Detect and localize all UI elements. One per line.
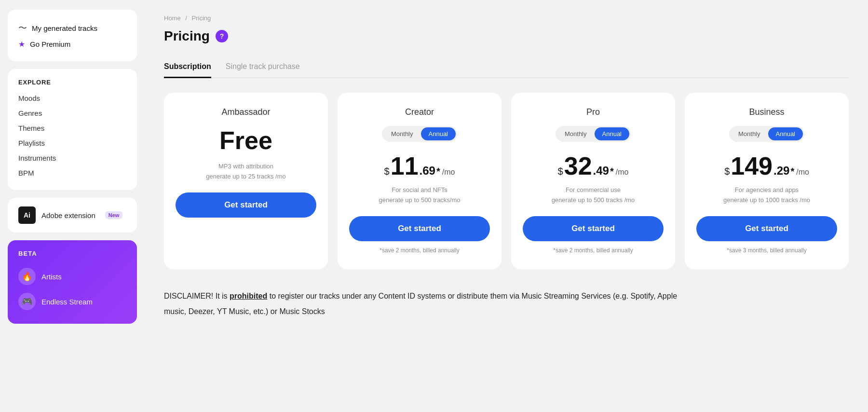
price-dollar-pro: $ <box>558 166 563 177</box>
plan-ambassador: Ambassador Free MP3 with attributiongene… <box>164 93 328 269</box>
toggle-monthly-business[interactable]: Monthly <box>731 127 768 140</box>
plan-desc-ambassador: MP3 with attributiongenerate up to 25 tr… <box>206 162 285 182</box>
beta-card: BETA 🔥 Artists 🎮 Endless Stream <box>8 240 137 324</box>
sidebar-item-instruments[interactable]: Instruments <box>18 151 126 165</box>
toggle-annual-pro[interactable]: Annual <box>595 127 629 140</box>
help-icon[interactable]: ? <box>216 30 228 42</box>
plan-desc-pro: For commercial usegenerate up to 500 tra… <box>552 185 635 206</box>
page-header: Pricing ? <box>164 28 849 44</box>
plan-pro: Pro Monthly Annual $ 32 .49 * /mo For co… <box>511 93 675 269</box>
main-content: Home / Pricing Pricing ? Subscription Si… <box>145 0 868 412</box>
plan-business: Business Monthly Annual $ 149 .29 * /mo … <box>685 93 849 269</box>
toggle-annual-business[interactable]: Annual <box>768 127 803 140</box>
beta-item-endless-stream[interactable]: 🎮 Endless Stream <box>18 289 126 314</box>
get-started-ambassador[interactable]: Get started <box>176 192 316 218</box>
sidebar-item-genres[interactable]: Genres <box>18 106 126 121</box>
plan-creator: Creator Monthly Annual $ 11 .69 * /mo Fo… <box>338 93 502 269</box>
billing-toggle-pro: Monthly Annual <box>556 126 631 142</box>
price-main-business: 149 <box>731 153 773 179</box>
breadcrumb-current: Pricing <box>192 14 211 22</box>
wave-icon: 〜 <box>18 22 27 34</box>
billing-toggle-business: Monthly Annual <box>729 126 804 142</box>
plan-name-creator: Creator <box>405 107 434 117</box>
pricing-grid: Ambassador Free MP3 with attributiongene… <box>164 93 849 269</box>
breadcrumb-sep: / <box>185 14 189 22</box>
breadcrumb: Home / Pricing <box>164 14 849 22</box>
star-icon: ★ <box>18 40 25 49</box>
get-started-creator[interactable]: Get started <box>349 216 490 241</box>
my-tracks-label: My generated tracks <box>32 24 97 32</box>
toggle-monthly-pro[interactable]: Monthly <box>557 127 595 140</box>
page-title: Pricing <box>164 28 210 44</box>
endless-stream-label: Endless Stream <box>41 298 93 306</box>
beta-item-artists[interactable]: 🔥 Artists <box>18 264 126 289</box>
get-started-pro[interactable]: Get started <box>523 216 664 241</box>
price-area-pro: $ 32 .49 * /mo <box>558 153 629 179</box>
breadcrumb-home[interactable]: Home <box>164 14 181 22</box>
price-area-business: $ 149 .29 * /mo <box>724 153 809 179</box>
disclaimer-prefix: DISCLAIMER! It is <box>164 292 230 300</box>
sidebar-item-moods[interactable]: Moods <box>18 91 126 106</box>
disclaimer: DISCLAIMER! It is prohibited to register… <box>164 288 694 319</box>
price-decimal-creator: .69 <box>420 164 435 178</box>
toggle-monthly-creator[interactable]: Monthly <box>383 127 421 140</box>
save-note-creator: *save 2 months, billed annually <box>380 247 459 256</box>
plan-desc-creator: For social and NFTsgenerate up to 500 tr… <box>379 185 460 206</box>
price-main-pro: 32 <box>564 153 592 179</box>
tab-subscription[interactable]: Subscription <box>164 57 211 78</box>
price-asterisk-business: * <box>790 166 794 177</box>
price-decimal-pro: .49 <box>593 164 609 178</box>
save-note-business: *save 3 months, billed annually <box>727 247 806 256</box>
tabs-container: Subscription Single track purchase <box>164 57 849 78</box>
artists-label: Artists <box>41 273 62 281</box>
plan-name-ambassador: Ambassador <box>221 107 270 117</box>
toggle-annual-creator[interactable]: Annual <box>421 127 456 140</box>
my-generated-tracks-item[interactable]: 〜 My generated tracks <box>18 19 126 37</box>
explore-card: EXPLORE Moods Genres Themes Playlists In… <box>8 69 137 190</box>
sidebar-item-themes[interactable]: Themes <box>18 121 126 136</box>
tab-single-track[interactable]: Single track purchase <box>226 57 300 78</box>
endless-stream-icon: 🎮 <box>18 293 36 310</box>
sidebar-item-bpm[interactable]: BPM <box>18 165 126 180</box>
beta-label: BETA <box>18 250 126 257</box>
new-badge: New <box>105 211 123 219</box>
adobe-extension-card[interactable]: Ai Adobe extension New <box>8 198 137 233</box>
disclaimer-prohibited: prohibited <box>230 292 267 300</box>
plan-name-pro: Pro <box>586 107 600 117</box>
go-premium-item[interactable]: ★ Go Premium <box>18 37 126 52</box>
sidebar-item-playlists[interactable]: Playlists <box>18 136 126 151</box>
price-asterisk-creator: * <box>436 166 440 177</box>
save-note-pro: *save 2 months, billed annually <box>553 247 633 256</box>
artists-icon: 🔥 <box>18 268 36 285</box>
price-period-pro: /mo <box>616 168 629 177</box>
price-dollar-creator: $ <box>384 166 390 177</box>
price-area-creator: $ 11 .69 * /mo <box>384 153 455 179</box>
plan-name-business: Business <box>749 107 784 117</box>
price-dollar-business: $ <box>724 166 730 177</box>
explore-heading: EXPLORE <box>18 79 126 86</box>
get-started-business[interactable]: Get started <box>696 216 837 241</box>
price-asterisk-pro: * <box>610 166 614 177</box>
price-period-business: /mo <box>796 168 809 177</box>
adobe-label: Adobe extension <box>41 211 95 220</box>
top-card: 〜 My generated tracks ★ Go Premium <box>8 10 137 61</box>
price-decimal-business: .29 <box>773 164 789 178</box>
adobe-icon: Ai <box>18 206 36 224</box>
price-free: Free <box>219 126 272 155</box>
go-premium-label: Go Premium <box>30 40 70 48</box>
price-period-creator: /mo <box>442 168 455 177</box>
plan-desc-business: For agencies and appsgenerate up to 1000… <box>723 185 810 206</box>
price-main-creator: 11 <box>391 153 419 179</box>
billing-toggle-creator: Monthly Annual <box>382 126 457 142</box>
sidebar: 〜 My generated tracks ★ Go Premium EXPLO… <box>0 0 145 412</box>
